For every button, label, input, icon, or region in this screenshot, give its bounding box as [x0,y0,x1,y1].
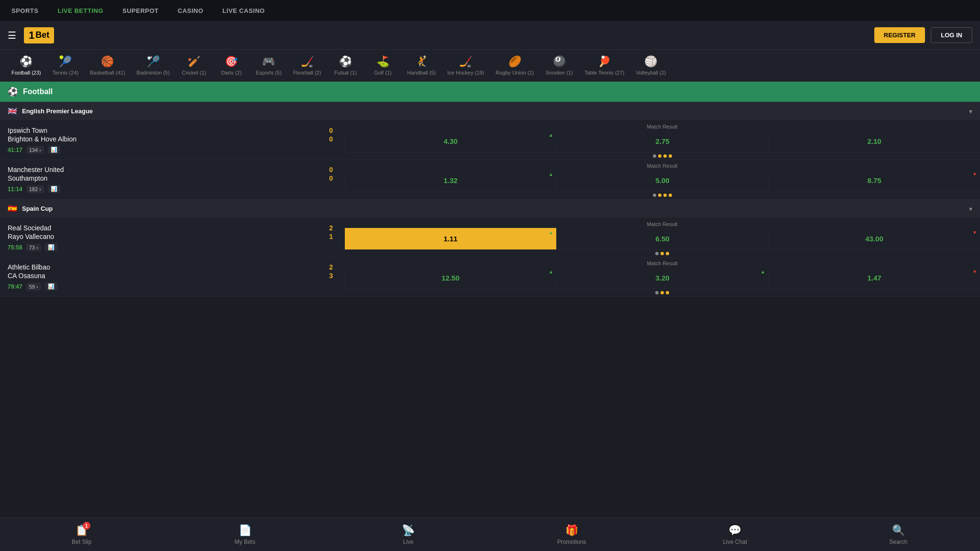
nav-casino[interactable]: CASINO [178,7,204,14]
sport-item-3[interactable]: 🏸 Badminton (5) [133,54,174,77]
team1-name-0-1: Manchester United [8,166,64,173]
sport-icon-12: 🏉 [508,55,521,68]
sport-label-2: Basketball (41) [90,70,125,76]
hamburger-menu[interactable]: ☰ [8,30,16,41]
indicator-down-1-0-2: ▼ [972,230,977,235]
sport-icon-6: 🎮 [262,55,275,68]
match-markets-0-0[interactable]: 134 › [26,146,44,154]
odd-cell-0-0-2[interactable]: 2.10 [768,130,980,152]
dot-0-1-0 [653,194,656,197]
odd-cell-1-1-1[interactable]: ▲ 3.20 [556,267,768,289]
sport-label-4: Cricket (1) [182,70,206,76]
match-block-0-1: Manchester United 0 Southampton 0 11:14 … [0,160,980,199]
league-header-0[interactable]: 🇬🇧 English Premier League ▾ [0,102,980,121]
match-stats-1-1[interactable]: 📊 [45,282,57,291]
top-navigation: SPORTS LIVE BETTING SUPERPOT CASINO LIVE… [0,0,980,21]
indicator-up-0-1-0: ▲ [549,172,553,177]
odd-cell-0-1-2[interactable]: ▼ 8.75 [768,170,980,191]
match-stats-0-0[interactable]: 📊 [48,146,60,154]
sport-icon-7: 🏒 [301,55,314,68]
sport-item-9[interactable]: ⛳ Golf (1) [366,54,399,77]
league-chevron-0[interactable]: ▾ [969,108,972,115]
login-button[interactable]: LOG IN [931,27,972,43]
team2-score-1-1: 3 [329,272,333,280]
football-section-icon: ⚽ [8,86,18,97]
nav-live-casino[interactable]: LIVE CASINO [222,7,265,14]
sport-item-2[interactable]: 🏀 Basketball (41) [86,54,129,77]
football-section-header: ⚽ Football [0,82,980,102]
team2-score-0-1: 0 [329,174,333,182]
dot-0-1-1 [658,194,661,197]
sport-item-4[interactable]: 🏏 Cricket (1) [177,54,211,77]
dot-0-0-2 [663,154,667,158]
team1-score-1-1: 2 [329,263,333,271]
sport-item-10[interactable]: 🤾 Handball (5) [403,54,440,77]
team1-name-0-0: Ipswich Town [8,127,47,134]
league-name-1: Spain Cup [22,205,53,212]
odd-value-1-0-2: 43.00 [865,235,883,243]
nav-superpot[interactable]: SUPERPOT [122,7,159,14]
sport-item-7[interactable]: 🏒 Floorball (2) [289,54,325,77]
sport-icon-8: ⚽ [339,55,352,68]
odd-cell-1-1-0[interactable]: ▲ 12.50 [344,267,556,289]
sport-icon-9: ⛳ [376,55,389,68]
odds-row-0-0: ▲ 4.30 2.75 2.10 [344,130,980,152]
dots-row-0-1 [344,191,980,199]
sport-item-8[interactable]: ⚽ Futsal (1) [329,54,362,77]
sport-item-12[interactable]: 🏉 Rugby Union (1) [492,54,538,77]
match-info-1-1: Athletic Bilbao 2 CA Osasuna 3 79:47 59 … [0,258,344,296]
dot-1-1-0 [655,291,659,294]
sport-item-14[interactable]: 🏓 Table Tennis (27) [581,54,628,77]
dot-1-1-1 [661,291,664,294]
league-header-1[interactable]: 🇪🇸 Spain Cup ▾ [0,199,980,218]
odd-cell-0-1-1[interactable]: 5.00 [556,170,768,191]
match-info-0-0: Ipswich Town 0 Brighton & Hove Albion 0 … [0,121,344,160]
odd-cell-0-1-0[interactable]: ▲ 1.32 [344,170,556,191]
sport-icon-5: 🎯 [225,55,238,68]
sport-label-11: Ice Hockey (19) [447,70,484,76]
sport-item-15[interactable]: 🏐 Volleyball (2) [632,54,670,77]
dot-0-0-3 [669,154,672,158]
nav-sports[interactable]: SPORTS [11,7,38,14]
odd-cell-1-0-2[interactable]: ▼ 43.00 [768,228,980,249]
match-markets-1-0[interactable]: 73 › [26,244,41,251]
sport-icon-10: 🤾 [415,55,428,68]
odd-value-1-1-0: 12.50 [441,274,460,282]
match-block-0-0: Ipswich Town 0 Brighton & Hove Albion 0 … [0,121,980,160]
sport-item-5[interactable]: 🎯 Darts (2) [215,54,248,77]
sport-item-13[interactable]: 🎱 Snooker (1) [541,54,576,77]
sport-label-1: Tennis (24) [53,70,78,76]
dot-0-0-0 [653,154,656,158]
odd-cell-0-0-0[interactable]: ▲ 4.30 [344,130,556,152]
sport-label-0: Football (23) [11,70,41,76]
league-name-0: English Premier League [22,108,93,115]
odd-cell-1-0-1[interactable]: 6.50 [556,228,768,249]
sport-item-11[interactable]: 🏒 Ice Hockey (19) [443,54,488,77]
team1-score-1-0: 2 [329,224,333,232]
team2-name-0-1: Southampton [8,174,47,182]
sport-item-6[interactable]: 🎮 Esports (5) [252,54,286,77]
odd-value-0-1-0: 1.32 [443,176,457,184]
team1-score-0-0: 0 [329,127,333,134]
odd-cell-1-0-0[interactable]: ▲ 1.11 [344,228,556,249]
odd-cell-0-0-1[interactable]: 2.75 [556,130,768,152]
sport-item-0[interactable]: ⚽ Football (23) [8,54,45,77]
sport-label-7: Floorball (2) [293,70,321,76]
match-stats-1-0[interactable]: 📊 [45,243,57,251]
team2-score-0-0: 0 [329,135,333,143]
nav-live-betting[interactable]: LIVE BETTING [57,7,103,14]
match-markets-1-1[interactable]: 59 › [26,283,41,291]
odd-cell-1-1-2[interactable]: ▼ 1.47 [768,267,980,289]
sport-icon-0: ⚽ [20,55,33,68]
sport-icon-3: 🏸 [147,55,160,68]
match-time-0-0: 41:17 [8,147,22,153]
sport-item-1[interactable]: 🎾 Tennis (24) [49,54,82,77]
match-markets-0-1[interactable]: 182 › [26,185,44,193]
league-chevron-1[interactable]: ▾ [969,205,972,213]
register-button[interactable]: REGISTER [874,27,925,43]
match-stats-0-1[interactable]: 📊 [48,185,60,193]
indicator-down-1-1-2: ▼ [972,269,977,274]
market-label-1-0: Match Result [344,218,980,228]
logo[interactable]: 1Bet [24,27,54,43]
odds-area-1-0: Match Result ▲ 1.11 6.50 ▼ 43.00 [344,218,980,257]
